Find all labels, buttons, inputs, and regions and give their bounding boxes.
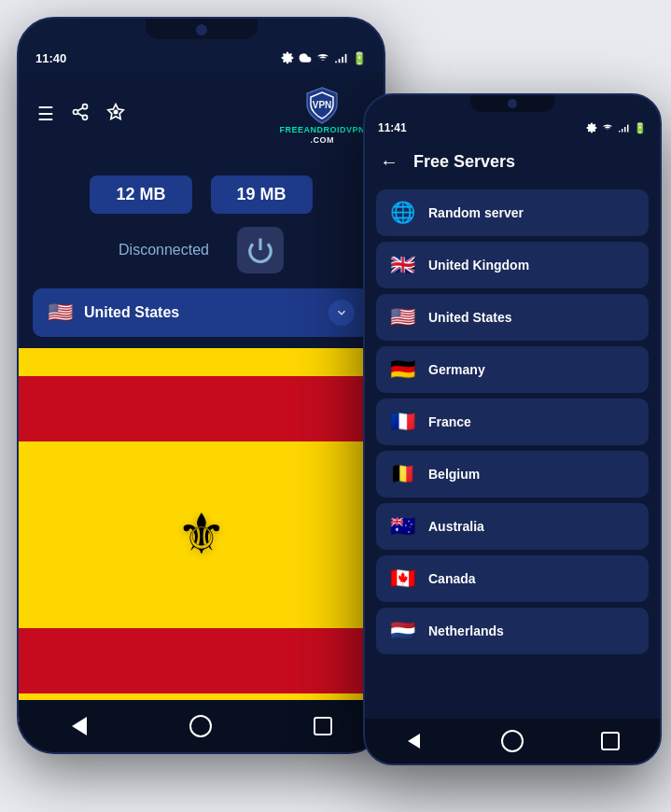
phone2-main-content: ← Free Servers 🌐Random server🇬🇧United Ki… (365, 140, 660, 719)
svg-point-11 (114, 111, 117, 114)
phone2-camera (508, 99, 517, 108)
p2-nav-home-button[interactable] (497, 726, 527, 756)
nav-back-button[interactable] (64, 711, 94, 741)
server-flag-fr: 🇫🇷 (389, 410, 415, 434)
svg-rect-15 (619, 131, 621, 133)
settings-icon (281, 51, 294, 64)
phone1-status-bar: 11:40 🔋 (19, 45, 384, 71)
flag-red-bottom (19, 628, 384, 693)
back-button[interactable]: ← (380, 151, 398, 173)
svg-rect-18 (627, 125, 629, 133)
app-logo: VPN FREEANDROIDVPN .COM (279, 84, 365, 146)
server-name-us: United States (428, 310, 511, 325)
country-name: United States (84, 304, 317, 321)
server-item-random[interactable]: 🌐Random server (376, 189, 649, 236)
server-name-uk: United Kingdom (428, 258, 529, 273)
svg-point-7 (83, 116, 88, 120)
server-list-title: Free Servers (413, 152, 515, 172)
server-name-au: Australia (428, 519, 484, 534)
server-flag-ca: 🇨🇦 (389, 567, 415, 591)
phone1-camera (196, 24, 207, 35)
menu-icon[interactable]: ☰ (37, 103, 54, 126)
server-flag-us: 🇺🇸 (389, 305, 415, 329)
power-icon (246, 236, 274, 264)
p2-signal-icon (618, 122, 629, 133)
server-name-be: Belgium (428, 467, 480, 482)
server-name-random: Random server (428, 205, 524, 220)
shield-logo: VPN (301, 84, 342, 125)
phone2-status-bar: 11:41 🔋 (365, 116, 660, 140)
upload-stat: 12 MB (90, 175, 191, 214)
phone2-time: 11:41 (378, 121, 407, 134)
chevron-down-icon (329, 300, 355, 326)
server-flag-uk: 🇬🇧 (389, 253, 415, 277)
server-item-be[interactable]: 🇧🇪Belgium (376, 451, 649, 497)
svg-rect-1 (335, 62, 337, 63)
phone1-time: 11:40 (35, 51, 66, 65)
p2-nav-recent-button[interactable] (595, 726, 625, 756)
server-item-de[interactable]: 🇩🇪Germany (376, 346, 649, 393)
phone2-device: 11:41 🔋 ← Free Servers 🌐Random server🇬🇧U… (363, 93, 662, 765)
p2-battery-icon: 🔋 (634, 122, 647, 134)
svg-point-5 (83, 105, 88, 109)
server-flag-random: 🌐 (389, 201, 415, 225)
phone1-toolbar: ☰ VPN FREEANDROIDVPN (19, 71, 384, 159)
svg-rect-4 (345, 54, 347, 63)
star-icon[interactable] (106, 103, 125, 126)
signal-icon (334, 51, 347, 64)
scene: 11:40 🔋 ☰ (0, 0, 671, 812)
p2-nav-back-button[interactable] (399, 726, 429, 756)
server-item-us[interactable]: 🇺🇸United States (376, 294, 649, 341)
server-name-nl: Netherlands (428, 623, 504, 638)
phone1-status-icons: 🔋 (281, 51, 367, 65)
connection-status: Disconnected (119, 242, 209, 259)
share-icon[interactable] (71, 103, 90, 126)
country-flag: 🇺🇸 (48, 301, 73, 325)
svg-point-6 (74, 110, 78, 115)
cloud-icon (299, 51, 312, 64)
data-stats-row: 12 MB 19 MB (71, 175, 330, 214)
logo-text-android: ANDROID (303, 125, 346, 134)
server-list: 🌐Random server🇬🇧United Kingdom🇺🇸United S… (365, 184, 660, 707)
server-item-nl[interactable]: 🇳🇱Netherlands (376, 608, 649, 654)
p2-back-triangle-icon (408, 734, 420, 749)
spain-flag-banner: ⚜ (19, 348, 384, 721)
svg-rect-16 (622, 129, 623, 133)
server-flag-nl: 🇳🇱 (389, 619, 415, 643)
flag-yellow-main: ⚜ (19, 441, 384, 628)
coat-of-arms: ⚜ (176, 507, 227, 563)
nav-home-button[interactable] (186, 711, 216, 741)
server-list-header: ← Free Servers (365, 140, 660, 184)
server-item-uk[interactable]: 🇬🇧United Kingdom (376, 242, 649, 288)
svg-rect-3 (342, 57, 343, 63)
svg-rect-2 (339, 59, 341, 63)
phone1-device: 11:40 🔋 ☰ (17, 17, 385, 754)
phone2-status-icons: 🔋 (586, 122, 647, 134)
logo-text-vpn: VPN (346, 125, 365, 134)
wifi-icon (316, 51, 329, 64)
server-item-au[interactable]: 🇦🇺Australia (376, 503, 649, 550)
nav-recent-button[interactable] (308, 711, 338, 741)
home-circle-icon (189, 715, 212, 737)
svg-text:VPN: VPN (313, 100, 332, 110)
p2-wifi-icon (602, 122, 613, 133)
phone1-nav-bar (19, 700, 384, 752)
server-flag-au: 🇦🇺 (389, 514, 415, 539)
server-flag-be: 🇧🇪 (389, 462, 415, 486)
p2-settings-icon (586, 122, 597, 133)
flag-yellow-top (19, 348, 384, 376)
back-triangle-icon (72, 717, 87, 735)
svg-line-8 (77, 114, 83, 117)
recent-square-icon (314, 717, 332, 735)
toolbar-left-icons: ☰ (37, 103, 125, 126)
download-stat: 19 MB (211, 175, 313, 214)
server-item-fr[interactable]: 🇫🇷France (376, 399, 649, 445)
logo-text-free: FREE (279, 125, 303, 134)
svg-rect-17 (624, 127, 626, 133)
power-button[interactable] (237, 227, 284, 273)
server-flag-de: 🇩🇪 (389, 357, 415, 382)
battery-icon: 🔋 (352, 51, 367, 65)
server-name-de: Germany (428, 362, 485, 377)
country-selector[interactable]: 🇺🇸 United States (33, 288, 370, 337)
server-item-ca[interactable]: 🇨🇦Canada (376, 555, 649, 602)
